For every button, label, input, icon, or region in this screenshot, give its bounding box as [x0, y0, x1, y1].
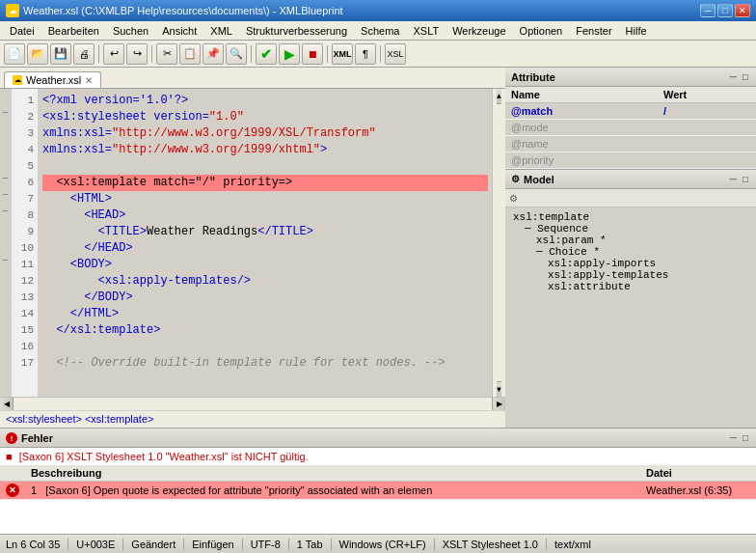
line-2: <xsl:stylesheet version="1.0": [42, 109, 488, 125]
toolbar-new[interactable]: 📄: [4, 43, 25, 65]
menu-fenster[interactable]: Fenster: [570, 24, 617, 38]
model-panel-controls: ─ □: [728, 174, 750, 184]
editor-scrollbar[interactable]: ▲ ▼: [492, 89, 505, 397]
toolbar-undo[interactable]: ↩: [103, 43, 124, 65]
status-encoding: UTF-8: [251, 539, 281, 550]
status-sep-3: [183, 539, 184, 550]
model-item-sequence: ─ Sequence: [509, 223, 752, 235]
toolbar-sep-5: [380, 45, 381, 63]
model-item-apply-templates: xsl:apply-templates: [509, 269, 752, 281]
toolbar-xslt[interactable]: XSL: [385, 43, 406, 65]
title-bar-left: ☁ Weather.xsl (C:\XMLBP Help\resources\d…: [6, 4, 343, 17]
breadcrumb: <xsl:stylesheet> <xsl:template>: [0, 410, 505, 428]
toolbar-open[interactable]: 📂: [27, 43, 48, 65]
menu-bearbeiten[interactable]: Bearbeiten: [42, 24, 105, 38]
tab-weather-xsl[interactable]: ☁ Weather.xsl ✕: [4, 71, 101, 88]
attr-panel-minimize[interactable]: ─: [728, 71, 739, 82]
model-label-sequence: Sequence: [537, 223, 588, 235]
toolbar-save[interactable]: 💾: [50, 43, 71, 65]
status-doctype: XSLT Stylesheet 1.0: [443, 539, 538, 550]
toolbar-redo[interactable]: ↪: [126, 43, 148, 65]
breadcrumb-text[interactable]: <xsl:stylesheet> <xsl:template>: [6, 413, 153, 425]
menu-hilfe[interactable]: Hilfe: [620, 24, 653, 38]
menu-xml[interactable]: XML: [204, 24, 238, 38]
menu-optionen[interactable]: Optionen: [514, 24, 569, 38]
line-4: xmlns:xsl="http://www.w3.org/1999/xhtml"…: [42, 142, 488, 158]
menu-suchen[interactable]: Suchen: [107, 24, 154, 38]
attr-col-name: Name: [505, 87, 658, 103]
code-editor[interactable]: ─ ─ ─ ─ ─ 1: [0, 89, 505, 397]
toolbar-cut[interactable]: ✂: [156, 43, 177, 65]
toolbar-validate[interactable]: ✔: [256, 43, 277, 65]
status-tab: 1 Tab: [297, 539, 323, 550]
model-panel-minimize[interactable]: ─: [728, 174, 739, 184]
attribute-panel-header: Attribute ─ □: [505, 68, 756, 87]
toolbar-stop[interactable]: ⏹: [302, 43, 323, 65]
menu-datei[interactable]: Datei: [4, 24, 40, 38]
tab-close-button[interactable]: ✕: [85, 75, 93, 86]
attr-row-priority[interactable]: @priority: [505, 152, 756, 169]
error-title-area: ! Fehler: [6, 432, 53, 444]
model-label-param: xsl:param *: [536, 235, 607, 246]
toolbar-paste[interactable]: 📌: [202, 43, 224, 65]
status-lineend: Windows (CR+LF): [339, 539, 426, 550]
status-sep-1: [68, 539, 68, 550]
status-char: U+003E: [76, 539, 115, 550]
status-modified: Geändert: [131, 539, 176, 550]
model-panel-float[interactable]: □: [741, 174, 750, 184]
toolbar-sep-2: [151, 45, 152, 63]
error-panel-float[interactable]: □: [741, 432, 750, 443]
code-content[interactable]: <?xml version='1.0'?> <xsl:stylesheet ve…: [39, 89, 492, 397]
toolbar-transform[interactable]: ▶: [279, 43, 300, 65]
model-item-param: xsl:param *: [509, 235, 752, 246]
error-row-icon: ✕: [0, 482, 25, 500]
line-12: <xsl:apply-templates/>: [42, 273, 488, 290]
status-sep-5: [288, 539, 289, 550]
attr-val-mode: [658, 120, 756, 136]
maximize-button[interactable]: □: [717, 4, 733, 17]
error-panel-minimize[interactable]: ─: [728, 432, 739, 443]
error-col-file: Datei: [640, 465, 756, 482]
menu-xslt[interactable]: XSLT: [407, 24, 445, 38]
error-msg-icon: ■: [6, 451, 13, 462]
menu-ansicht[interactable]: Ansicht: [156, 24, 202, 38]
title-bar-text: Weather.xsl (C:\XMLBP Help\resources\doc…: [23, 5, 343, 16]
toolbar-copy[interactable]: 📋: [179, 43, 201, 65]
model-content: xsl:template ─ Sequence xsl:param * ─ Ch…: [505, 207, 756, 428]
attr-row-mode[interactable]: @mode: [505, 120, 756, 136]
menu-strukturverbesserung[interactable]: Strukturverbesserung: [240, 24, 353, 38]
scroll-down[interactable]: ▼: [497, 381, 501, 397]
attribute-panel: Attribute ─ □ Name Wert: [505, 68, 756, 170]
model-panel: ⚙ Model ─ □ ⚙ xsl:template ─: [505, 170, 756, 428]
toolbar-find[interactable]: 🔍: [226, 43, 247, 65]
status-sep-4: [242, 539, 243, 550]
error-detail-row-1[interactable]: ✕ 1 [Saxon 6] Open quote is expected for…: [0, 482, 756, 500]
attr-row-match[interactable]: @match /: [505, 103, 756, 120]
minimize-button[interactable]: ─: [700, 4, 716, 17]
error-detail-table: Beschreibung Datei ✕ 1 [Saxon 6] Open qu…: [0, 465, 756, 500]
attr-row-name[interactable]: @name: [505, 136, 756, 152]
line-1: <?xml version='1.0'?>: [42, 93, 488, 109]
attribute-table: Name Wert @match / @mode: [505, 87, 756, 169]
editor-section: ☁ Weather.xsl ✕ ─ ─ ─ ─: [0, 68, 505, 428]
close-button[interactable]: ✕: [735, 4, 750, 17]
attr-name-mode: @mode: [505, 120, 658, 136]
app-icon: ☁: [6, 4, 19, 17]
toolbar-para[interactable]: ¶: [355, 43, 376, 65]
tab-label: Weather.xsl: [26, 74, 81, 86]
attr-panel-float[interactable]: □: [741, 71, 750, 82]
scroll-right[interactable]: ▶: [492, 398, 505, 411]
menu-werkzeuge[interactable]: Werkzeuge: [446, 24, 511, 38]
menu-bar: Datei Bearbeiten Suchen Ansicht XML Stru…: [0, 21, 756, 41]
attr-val-match: /: [658, 103, 756, 120]
scroll-left[interactable]: ◀: [0, 398, 14, 411]
scroll-up[interactable]: ▲: [497, 89, 501, 104]
attribute-panel-controls: ─ □: [728, 71, 750, 82]
toolbar-xml[interactable]: XML: [332, 43, 353, 65]
menu-schema[interactable]: Schema: [355, 24, 405, 38]
h-scrollbar[interactable]: ◀ ▶: [0, 397, 505, 410]
toolbar-print[interactable]: 🖨: [73, 43, 94, 65]
model-item-attribute: xsl:attribute: [509, 281, 752, 292]
model-label-xsltemplate: xsl:template: [513, 211, 589, 223]
right-panel: Attribute ─ □ Name Wert: [505, 68, 756, 428]
